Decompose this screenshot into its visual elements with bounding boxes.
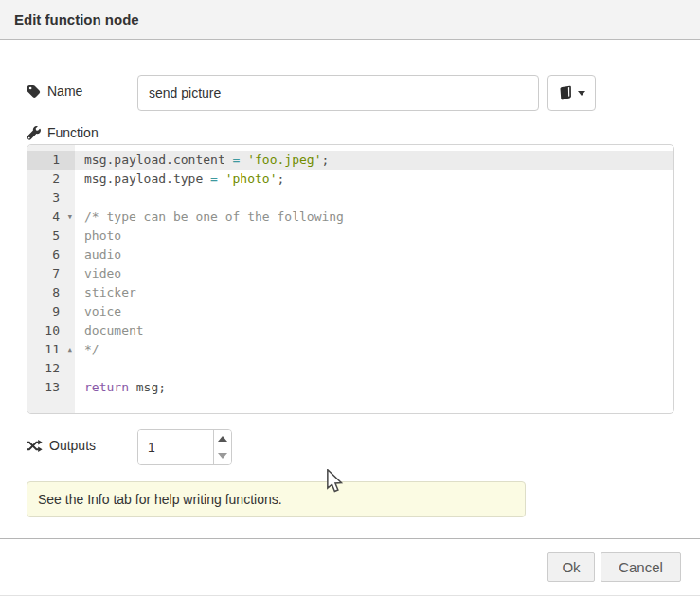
line-number: 4 [52,209,60,224]
code-token: ; [321,153,329,167]
editor-gutter-line: 8 [27,283,75,302]
editor-code-area[interactable]: msg.payload.content = 'foo.jpeg';msg.pay… [75,145,673,413]
line-number: 11 [45,342,60,356]
book-icon [559,85,573,100]
editor-code-line[interactable]: msg.payload.type = 'photo'; [75,170,673,189]
code-token: msg; [129,380,166,394]
cancel-button[interactable]: Cancel [601,552,681,582]
code-token: sticker [84,285,136,299]
spinner-down-button[interactable] [214,447,231,464]
editor-code-line[interactable]: msg.payload.content = 'foo.jpeg'; [75,151,673,170]
line-number: 5 [52,228,60,243]
editor-gutter: 1234▾567891011▴1213 [27,145,75,413]
code-token: 'foo.jpeg' [247,153,321,167]
fold-up-icon[interactable]: ▴ [66,340,73,359]
outputs-input[interactable] [138,430,213,464]
arrow-up-icon [218,436,227,442]
editor-gutter-line: 6 [27,245,75,264]
code-token: video [84,266,121,280]
editor-gutter-line: 5 [27,226,75,245]
editor-gutter-line: 4▾ [27,208,75,226]
editor-code-line[interactable]: return msg; [75,378,673,397]
spinner-up-button[interactable] [214,430,231,447]
editor-code-line[interactable]: sticker [75,283,673,302]
code-token: document [84,323,144,337]
editor-gutter-line: 3 [27,189,75,208]
function-label-text: Function [47,125,99,140]
name-input[interactable] [137,75,539,111]
spinner-buttons [213,430,231,464]
editor-code-line[interactable]: video [75,264,673,283]
name-label: Name [27,83,82,99]
editor-gutter-line: 9 [27,302,75,321]
code-token: audio [84,247,121,262]
line-number: 9 [52,304,60,318]
fold-down-icon[interactable]: ▾ [66,208,73,226]
editor-gutter-line: 2 [27,170,75,189]
editor-gutter-line: 12 [27,359,75,378]
arrow-down-icon [218,453,227,459]
line-number: 10 [45,323,60,337]
code-token: = [210,172,218,186]
code-token: */ [84,342,99,356]
outputs-label: Outputs [27,438,96,453]
tag-icon [27,84,41,99]
line-number: 3 [52,190,60,205]
function-label: Function [27,125,99,140]
line-number: 12 [45,361,60,375]
code-token: ; [278,172,285,186]
editor-gutter-line: 13 [27,378,75,397]
editor-code-line[interactable] [75,189,673,208]
code-token: msg.payload.content [84,153,233,167]
line-number: 8 [52,285,60,299]
caret-down-icon [578,91,585,96]
code-token: 'photo' [225,172,278,186]
bottom-edge-line [0,595,700,596]
line-number: 1 [52,153,60,167]
editor-code-line[interactable]: voice [75,302,673,321]
editor-gutter-line: 11▴ [27,340,75,359]
info-tip: See the Info tab for help writing functi… [27,481,526,517]
shuffle-icon [27,439,43,453]
outputs-spinner [137,429,232,465]
code-token [218,172,225,186]
footer-divider [0,538,700,539]
outputs-label-text: Outputs [49,438,96,453]
editor-gutter-line: 1 [27,151,75,170]
code-token: return [84,380,129,394]
library-button[interactable] [547,75,596,111]
line-number: 7 [52,266,60,280]
editor-code-line[interactable] [75,359,673,378]
editor-code-line[interactable]: document [75,321,673,340]
line-number: 13 [45,380,60,394]
code-token: msg.payload.type [84,172,210,186]
line-number: 6 [52,247,60,262]
code-token: /* type can be one of the following [84,209,344,224]
ok-button[interactable]: Ok [547,552,595,582]
editor-code-line[interactable]: audio [75,245,673,264]
wrench-icon [27,126,41,140]
editor-code-line[interactable]: /* type can be one of the following [75,208,673,226]
name-label-text: Name [47,83,82,99]
code-token: photo [84,228,121,243]
info-tip-text: See the Info tab for help writing functi… [38,492,282,507]
editor-code-line[interactable]: */ [75,340,673,359]
function-code-editor[interactable]: 1234▾567891011▴1213 msg.payload.content … [27,144,674,414]
line-number: 2 [52,172,60,186]
dialog-title: Edit function node [14,11,139,27]
editor-gutter-line: 7 [27,264,75,283]
edit-function-dialog: Edit function node Name Function 1234▾56… [0,0,700,597]
editor-gutter-line: 10 [27,321,75,340]
code-token: voice [84,304,121,318]
dialog-header: Edit function node [0,0,700,40]
editor-code-line[interactable]: photo [75,226,673,245]
